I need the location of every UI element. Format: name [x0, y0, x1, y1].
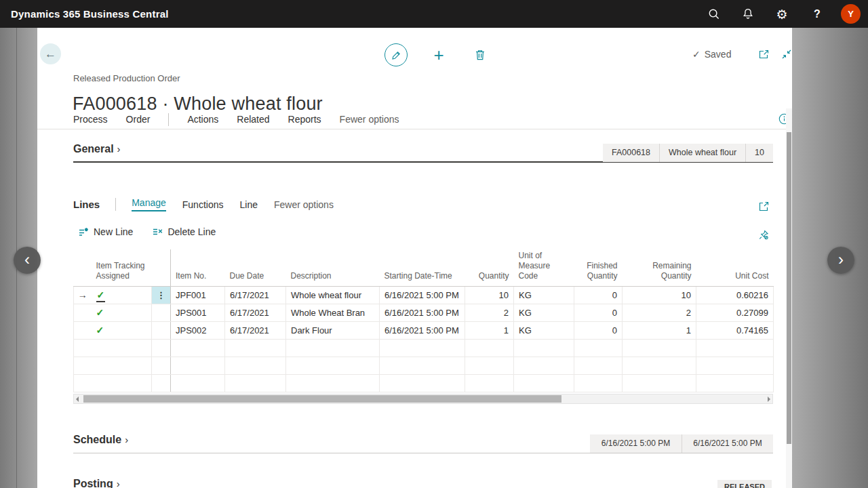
col-remaining-qty[interactable]: Remaining Quantity: [623, 249, 696, 286]
cell-quantity[interactable]: 10: [465, 286, 514, 304]
tracking-check-icon[interactable]: ✓: [96, 289, 106, 302]
tab-functions[interactable]: Functions: [182, 199, 224, 210]
edit-pencil-button[interactable]: [384, 43, 408, 66]
cell-item-no[interactable]: JPF001: [171, 286, 225, 304]
scroll-left-arrow-icon[interactable]: [76, 396, 79, 402]
tab-manage[interactable]: Manage: [132, 197, 166, 211]
open-in-new-window-icon[interactable]: [755, 45, 772, 64]
cell-description[interactable]: Dark Flour: [286, 321, 380, 339]
cell-finished[interactable]: 0: [574, 286, 623, 304]
col-unit-cost[interactable]: Unit Cost: [696, 249, 774, 286]
current-row-arrow-icon: →: [78, 289, 87, 300]
vertical-scrollbar-thumb[interactable]: [787, 132, 791, 444]
focus-mode-icon[interactable]: [755, 198, 772, 214]
cell-finished[interactable]: 0: [574, 321, 623, 339]
cell-due-date[interactable]: 6/17/2021: [225, 286, 286, 304]
new-line-button[interactable]: New Line: [78, 226, 133, 237]
search-icon[interactable]: [702, 0, 726, 28]
lines-divider: [115, 198, 116, 211]
cell-unit-cost[interactable]: 0.27099: [696, 304, 774, 321]
scroll-right-arrow-icon[interactable]: [768, 396, 770, 402]
schedule-section-toggle[interactable]: Schedule›: [73, 434, 128, 445]
posting-summary-chip[interactable]: RELEASED: [717, 480, 772, 488]
cell-finished[interactable]: 0: [574, 304, 623, 321]
chip-description[interactable]: Whole wheat flour: [659, 144, 745, 162]
cell-uom[interactable]: KG: [514, 304, 574, 321]
col-item-no[interactable]: Item No.: [171, 249, 225, 286]
col-due-date[interactable]: Due Date: [225, 249, 286, 286]
cell-due-date[interactable]: 6/17/2021: [225, 304, 286, 321]
cell-uom[interactable]: KG: [514, 321, 574, 339]
previous-record-button[interactable]: ‹: [14, 247, 41, 274]
menu-order[interactable]: Order: [126, 114, 151, 125]
tab-fewer-options[interactable]: Fewer options: [274, 199, 334, 210]
menu-related[interactable]: Related: [237, 114, 269, 125]
row-options-cell[interactable]: [152, 304, 171, 321]
lines-section-label[interactable]: Lines: [73, 199, 100, 210]
table-row-empty[interactable]: [74, 374, 774, 392]
help-icon[interactable]: ?: [805, 0, 829, 28]
menu-fewer-options[interactable]: Fewer options: [340, 114, 399, 125]
menu-reports[interactable]: Reports: [288, 114, 321, 125]
posting-section-toggle[interactable]: Posting›: [73, 478, 120, 488]
horizontal-scrollbar-thumb[interactable]: [83, 395, 561, 403]
cell-quantity[interactable]: 1: [465, 321, 514, 339]
delete-line-icon: [152, 227, 163, 237]
unpin-icon[interactable]: [755, 226, 772, 243]
cell-unit-cost[interactable]: 0.60216: [696, 286, 774, 304]
tab-line[interactable]: Line: [239, 199, 257, 210]
delete-trash-button[interactable]: [470, 44, 490, 66]
col-item-tracking[interactable]: Item Tracking Assigned: [92, 249, 152, 286]
app-title[interactable]: Dynamics 365 Business Central: [11, 0, 169, 28]
user-avatar[interactable]: Y: [841, 4, 861, 24]
next-record-button[interactable]: ›: [827, 247, 854, 274]
lines-section-header: Lines Manage Functions Line Fewer option…: [73, 197, 350, 211]
chip-ending-datetime[interactable]: 6/16/2021 5:00 PM: [682, 434, 773, 453]
action-menu-bar: Process Order Actions Related Reports Fe…: [37, 110, 792, 129]
general-section-toggle[interactable]: General›: [73, 143, 121, 155]
settings-gear-icon[interactable]: ⚙: [770, 0, 794, 28]
table-row[interactable]: ✓ JPS002 6/17/2021 Dark Flour 6/16/2021 …: [74, 321, 774, 339]
tracking-check-icon[interactable]: ✓: [96, 325, 104, 336]
menu-actions[interactable]: Actions: [187, 114, 218, 125]
cell-quantity[interactable]: 2: [465, 304, 514, 321]
horizontal-scrollbar[interactable]: [73, 394, 773, 404]
cell-item-no[interactable]: JPS002: [171, 321, 225, 339]
chip-quantity[interactable]: 10: [745, 144, 773, 162]
cell-description[interactable]: Whole wheat flour: [286, 286, 380, 304]
chip-order-no[interactable]: FA000618: [603, 144, 659, 162]
vertical-scrollbar[interactable]: [786, 108, 792, 488]
chip-starting-datetime[interactable]: 6/16/2021 5:00 PM: [590, 434, 682, 453]
row-options-icon[interactable]: ⋮: [152, 286, 171, 304]
cell-starting[interactable]: 6/16/2021 5:00 PM: [380, 304, 465, 321]
col-description[interactable]: Description: [286, 249, 380, 286]
page-caption: Released Production Order: [73, 73, 180, 83]
save-status-indicator: ✓ Saved: [692, 49, 731, 60]
table-row-empty[interactable]: [74, 357, 774, 374]
cell-description[interactable]: Whole Wheat Bran: [286, 304, 380, 321]
cell-due-date[interactable]: 6/17/2021: [225, 321, 286, 339]
cell-remaining[interactable]: 1: [623, 321, 696, 339]
collapse-page-icon[interactable]: [778, 45, 792, 64]
table-row-empty[interactable]: [74, 339, 774, 357]
col-uom-code[interactable]: Unit of Measure Code: [514, 249, 574, 286]
notifications-bell-icon[interactable]: [736, 0, 760, 28]
cell-item-no[interactable]: JPS001: [171, 304, 225, 321]
new-document-plus-button[interactable]: +: [429, 43, 449, 66]
tracking-check-icon[interactable]: ✓: [96, 307, 104, 318]
table-row[interactable]: ✓ JPS001 6/17/2021 Whole Wheat Bran 6/16…: [74, 304, 774, 321]
menu-process[interactable]: Process: [73, 114, 108, 125]
cell-starting[interactable]: 6/16/2021 5:00 PM: [380, 286, 465, 304]
cell-starting[interactable]: 6/16/2021 5:00 PM: [380, 321, 465, 339]
col-starting-datetime[interactable]: Starting Date-Time: [380, 249, 465, 286]
delete-line-button[interactable]: Delete Line: [152, 226, 216, 237]
col-quantity[interactable]: Quantity: [465, 249, 514, 286]
col-finished-qty[interactable]: Finished Quantity: [574, 249, 623, 286]
cell-uom[interactable]: KG: [514, 286, 574, 304]
table-row[interactable]: → ✓ ⋮ JPF001 6/17/2021 Whole wheat flour…: [74, 286, 774, 304]
cell-remaining[interactable]: 10: [623, 286, 696, 304]
back-button[interactable]: ←: [40, 43, 61, 64]
cell-unit-cost[interactable]: 0.74165: [696, 321, 774, 339]
cell-remaining[interactable]: 2: [623, 304, 696, 321]
row-options-cell[interactable]: [152, 321, 171, 339]
